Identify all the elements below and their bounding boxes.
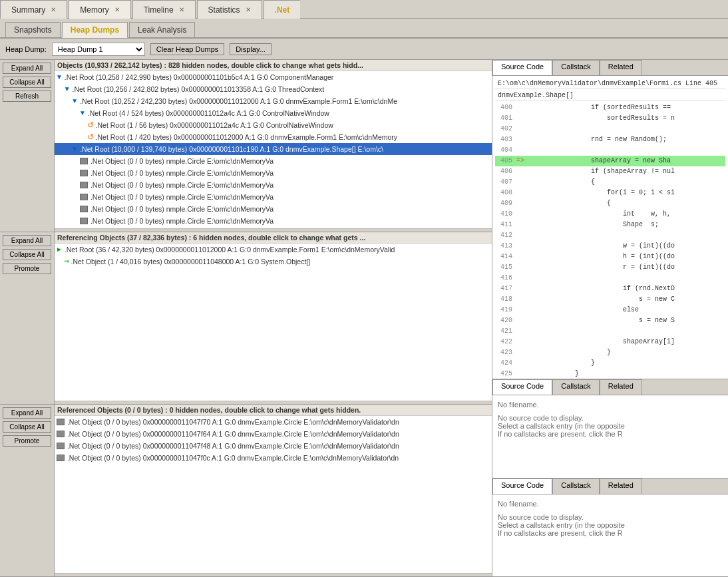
left-panel: Expand All Collapse All Refresh Objects … bbox=[0, 60, 492, 577]
referenced-tree-item-0[interactable]: .Net Object (0 / 0 bytes) 0x000000001104… bbox=[55, 416, 492, 428]
objects-tree-item-13[interactable]: .Net Object (0 / 0 bytes) nmple.Circle E… bbox=[55, 227, 492, 228]
line-text-422: shapeArray[i] bbox=[527, 337, 675, 347]
objects-tree-item-5[interactable]: ↺ .Net Root (1 / 420 bytes) 0x0000000011… bbox=[55, 131, 492, 143]
objects-tree-item-0[interactable]: ▼ .Net Root (10,258 / 242,990 bytes) 0x0… bbox=[55, 71, 492, 83]
objects-tree-item-9[interactable]: .Net Object (0 / 0 bytes) nmple.Circle E… bbox=[55, 179, 492, 191]
referenced-tree-item-1[interactable]: .Net Object (0 / 0 bytes) 0x000000001104… bbox=[55, 428, 492, 440]
referencing-tree-item-1[interactable]: ⇒ .Net Object (1 / 40,016 bytes) 0x00000… bbox=[55, 256, 492, 268]
objects-tree-item-2[interactable]: ▼ .Net Root (10,252 / 242,230 bytes) 0x0… bbox=[55, 95, 492, 107]
mid-tab-source-code[interactable]: Source Code bbox=[492, 379, 552, 395]
objects-hscroll[interactable] bbox=[55, 228, 492, 232]
display-button[interactable]: Display... bbox=[230, 43, 271, 55]
mid-no-filename: No filename. bbox=[495, 398, 725, 411]
referenced-promote-button[interactable]: Promote bbox=[3, 435, 51, 447]
tab-timeline-label: Timeline bbox=[144, 5, 174, 15]
line-number-400: 400 bbox=[496, 102, 516, 113]
expand-all-button[interactable]: Expand All bbox=[3, 63, 51, 74]
referenced-hscroll[interactable] bbox=[55, 573, 492, 576]
referenced-tree-item-3[interactable]: .Net Object (0 / 0 bytes) 0x000000001104… bbox=[55, 452, 492, 464]
objects-pane-content: Objects (10,933 / 262,142 bytes) : 828 h… bbox=[55, 60, 492, 232]
mid-source-pane: Source Code Callstack Related No filenam… bbox=[492, 379, 728, 479]
line-number-408: 408 bbox=[496, 188, 516, 198]
mid-tab-related[interactable]: Related bbox=[600, 379, 642, 395]
code-line-423: 423 } bbox=[495, 347, 725, 358]
line-number-414: 414 bbox=[496, 252, 516, 262]
referenced-collapse-all-button[interactable]: Collapse All bbox=[3, 421, 51, 433]
objects-tree-item-3[interactable]: ▼ .Net Root (4 / 524 bytes) 0x0000000011… bbox=[55, 107, 492, 119]
objects-tree-item-1[interactable]: ▼ .Net Root (10,256 / 242,802 bytes) 0x0… bbox=[55, 83, 492, 95]
bot-source-content: No filename. No source code to display. … bbox=[492, 494, 728, 577]
referencing-tree-item-0[interactable]: ► .Net Root (36 / 42,320 bytes) 0x000000… bbox=[55, 244, 492, 256]
tab-summary-close[interactable]: ✕ bbox=[51, 6, 56, 13]
code-area[interactable]: 400 if (sortedResults ==401 sortedResult… bbox=[495, 102, 725, 379]
tab-statistics[interactable]: Statistics ✕ bbox=[197, 0, 262, 19]
line-text-413: w = (int)((do bbox=[527, 241, 675, 252]
tab-statistics-close[interactable]: ✕ bbox=[246, 6, 251, 13]
line-text-409: { bbox=[527, 198, 611, 209]
code-line-404: 404 bbox=[495, 145, 725, 156]
bot-source-pane: Source Code Callstack Related No filenam… bbox=[492, 479, 728, 578]
code-line-414: 414 h = (int)((do bbox=[495, 252, 725, 262]
source-code-content: E:\om\c\dnMemoryValidator\dnmvExample\Fo… bbox=[492, 76, 728, 379]
objects-tree-item-12[interactable]: .Net Object (0 / 0 bytes) nmple.Circle E… bbox=[55, 215, 492, 227]
line-number-412: 412 bbox=[496, 230, 516, 241]
line-text-410: int w, h, bbox=[527, 209, 671, 220]
code-line-421: 421 bbox=[495, 326, 725, 337]
line-text-418: s = new C bbox=[527, 294, 675, 305]
referenced-tree-item-2[interactable]: .Net Object (0 / 0 bytes) 0x000000001104… bbox=[55, 440, 492, 452]
bot-tab-callstack[interactable]: Callstack bbox=[552, 479, 600, 494]
referencing-pane: Expand All Collapse All Promote Referenc… bbox=[0, 232, 492, 405]
subtab-snapshots[interactable]: Snapshots bbox=[5, 22, 61, 37]
refresh-button[interactable]: Refresh bbox=[3, 91, 51, 102]
line-text-419: else bbox=[527, 305, 639, 315]
bot-no-filename: No filename. bbox=[495, 497, 725, 510]
line-number-411: 411 bbox=[496, 220, 516, 230]
tab-timeline-close[interactable]: ✕ bbox=[179, 6, 184, 13]
line-arrow-405: => bbox=[516, 156, 527, 166]
code-line-419: 419 else bbox=[495, 305, 725, 315]
objects-tree-item-11[interactable]: .Net Object (0 / 0 bytes) nmple.Circle E… bbox=[55, 203, 492, 215]
referencing-collapse-all-button[interactable]: Collapse All bbox=[3, 249, 51, 260]
referenced-expand-all-button[interactable]: Expand All bbox=[3, 407, 51, 419]
referencing-promote-button[interactable]: Promote bbox=[3, 263, 51, 274]
bot-tab-source-code[interactable]: Source Code bbox=[492, 479, 552, 494]
objects-tree-item-10[interactable]: .Net Object (0 / 0 bytes) nmple.Circle E… bbox=[55, 191, 492, 203]
subtab-heapdumps[interactable]: Heap Dumps bbox=[62, 22, 128, 38]
line-number-419: 419 bbox=[496, 305, 516, 315]
clear-heap-dumps-button[interactable]: Clear Heap Dumps bbox=[150, 43, 225, 55]
tab-dotnet[interactable]: .Net bbox=[264, 0, 301, 19]
tab-memory[interactable]: Memory ✕ bbox=[69, 0, 130, 19]
code-line-425: 425 } bbox=[495, 369, 725, 379]
mid-tab-callstack[interactable]: Callstack bbox=[552, 379, 600, 395]
tab-callstack[interactable]: Callstack bbox=[552, 60, 600, 75]
objects-tree-item-8[interactable]: .Net Object (0 / 0 bytes) nmple.Circle E… bbox=[55, 167, 492, 179]
objects-tree-item-4[interactable]: ↺ .Net Root (1 / 56 bytes) 0x00000000110… bbox=[55, 119, 492, 131]
mid-no-source: No source code to display. Select a call… bbox=[495, 411, 725, 441]
line-number-417: 417 bbox=[496, 284, 516, 294]
tab-source-code[interactable]: Source Code bbox=[492, 60, 552, 75]
tab-timeline[interactable]: Timeline ✕ bbox=[132, 0, 196, 19]
code-line-415: 415 r = (int)((do bbox=[495, 262, 725, 273]
objects-tree-item-6[interactable]: ▼ .Net Root (10,000 / 139,740 bytes) 0x0… bbox=[55, 143, 492, 155]
objects-tree-item-7[interactable]: .Net Object (0 / 0 bytes) nmple.Circle E… bbox=[55, 155, 492, 167]
line-number-415: 415 bbox=[496, 262, 516, 273]
bot-tab-related[interactable]: Related bbox=[600, 479, 642, 494]
collapse-all-button[interactable]: Collapse All bbox=[3, 77, 51, 88]
subtab-leakanalysis[interactable]: Leak Analysis bbox=[129, 22, 195, 37]
toolbar: Heap Dump: Heap Dump 1 Clear Heap Dumps … bbox=[0, 39, 728, 60]
tab-related[interactable]: Related bbox=[600, 60, 642, 75]
tab-summary[interactable]: Summary ✕ bbox=[0, 0, 67, 19]
referencing-expand-all-button[interactable]: Expand All bbox=[3, 235, 51, 246]
line-number-413: 413 bbox=[496, 241, 516, 252]
line-number-401: 401 bbox=[496, 113, 516, 124]
referencing-hscroll[interactable] bbox=[55, 401, 492, 404]
objects-tree[interactable]: ▼ .Net Root (10,258 / 242,990 bytes) 0x0… bbox=[55, 71, 492, 228]
line-text-420: s = new S bbox=[527, 315, 675, 326]
bot-no-source: No source code to display. Select a call… bbox=[495, 510, 725, 540]
tab-memory-close[interactable]: ✕ bbox=[114, 6, 120, 13]
referencing-tree[interactable]: ► .Net Root (36 / 42,320 bytes) 0x000000… bbox=[55, 244, 492, 401]
line-number-409: 409 bbox=[496, 198, 516, 209]
referenced-tree[interactable]: .Net Object (0 / 0 bytes) 0x000000001104… bbox=[55, 416, 492, 573]
code-line-406: 406 if (shapeArray != nul bbox=[495, 166, 725, 177]
heap-dump-select[interactable]: Heap Dump 1 bbox=[52, 43, 145, 56]
